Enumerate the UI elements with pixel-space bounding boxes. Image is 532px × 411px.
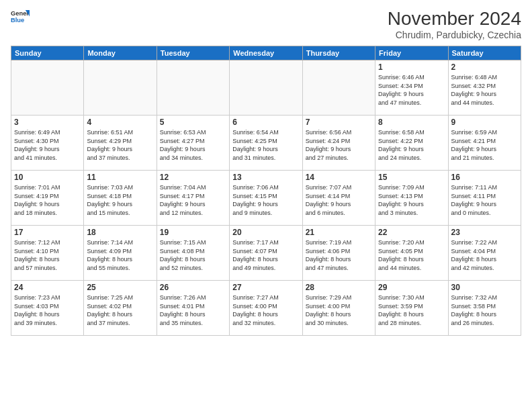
weekday-header-cell: Thursday bbox=[302, 46, 375, 60]
day-number: 16 bbox=[451, 173, 518, 182]
day-info: Sunrise: 6:54 AM Sunset: 4:25 PM Dayligh… bbox=[232, 128, 299, 162]
day-number: 12 bbox=[160, 173, 226, 182]
day-info: Sunrise: 6:49 AM Sunset: 4:30 PM Dayligh… bbox=[14, 128, 81, 162]
calendar-day-cell: 19Sunrise: 7:15 AM Sunset: 4:08 PM Dayli… bbox=[157, 226, 229, 281]
day-info: Sunrise: 7:01 AM Sunset: 4:19 PM Dayligh… bbox=[14, 183, 81, 217]
logo: General Blue bbox=[11, 8, 30, 27]
weekday-header-cell: Sunday bbox=[11, 46, 84, 60]
day-info: Sunrise: 7:09 AM Sunset: 4:13 PM Dayligh… bbox=[378, 183, 445, 217]
weekday-header-row: SundayMondayTuesdayWednesdayThursdayFrid… bbox=[11, 46, 521, 60]
day-info: Sunrise: 7:25 AM Sunset: 4:02 PM Dayligh… bbox=[87, 293, 153, 327]
calendar-day-cell bbox=[157, 60, 229, 116]
day-number: 8 bbox=[378, 118, 445, 127]
calendar-day-cell: 8Sunrise: 6:58 AM Sunset: 4:22 PM Daylig… bbox=[375, 116, 448, 171]
calendar-day-cell: 12Sunrise: 7:04 AM Sunset: 4:17 PM Dayli… bbox=[157, 171, 229, 226]
calendar-day-cell: 26Sunrise: 7:26 AM Sunset: 4:01 PM Dayli… bbox=[157, 281, 229, 336]
day-number: 14 bbox=[306, 173, 372, 182]
day-number: 29 bbox=[378, 283, 445, 292]
day-info: Sunrise: 7:11 AM Sunset: 4:11 PM Dayligh… bbox=[451, 183, 518, 217]
day-number: 26 bbox=[160, 283, 226, 292]
calendar-day-cell: 20Sunrise: 7:17 AM Sunset: 4:07 PM Dayli… bbox=[230, 226, 302, 281]
day-number: 5 bbox=[160, 118, 226, 127]
day-number: 21 bbox=[306, 228, 372, 237]
calendar-day-cell: 10Sunrise: 7:01 AM Sunset: 4:19 PM Dayli… bbox=[11, 171, 84, 226]
day-info: Sunrise: 7:29 AM Sunset: 4:00 PM Dayligh… bbox=[306, 293, 372, 327]
day-number: 28 bbox=[306, 283, 372, 292]
calendar-table: SundayMondayTuesdayWednesdayThursdayFrid… bbox=[11, 46, 521, 336]
day-number: 2 bbox=[451, 62, 518, 72]
calendar-day-cell: 2Sunrise: 6:48 AM Sunset: 4:32 PM Daylig… bbox=[448, 60, 521, 116]
calendar-day-cell: 24Sunrise: 7:23 AM Sunset: 4:03 PM Dayli… bbox=[11, 281, 84, 336]
weekday-header-cell: Tuesday bbox=[157, 46, 229, 60]
calendar-day-cell: 3Sunrise: 6:49 AM Sunset: 4:30 PM Daylig… bbox=[11, 116, 84, 171]
day-info: Sunrise: 7:03 AM Sunset: 4:18 PM Dayligh… bbox=[87, 183, 153, 217]
weekday-header-cell: Wednesday bbox=[230, 46, 302, 60]
calendar-day-cell bbox=[230, 60, 302, 116]
day-info: Sunrise: 7:12 AM Sunset: 4:10 PM Dayligh… bbox=[14, 238, 81, 272]
day-number: 7 bbox=[306, 118, 372, 127]
day-number: 3 bbox=[14, 118, 81, 127]
calendar-day-cell: 30Sunrise: 7:32 AM Sunset: 3:58 PM Dayli… bbox=[448, 281, 521, 336]
calendar-day-cell: 17Sunrise: 7:12 AM Sunset: 4:10 PM Dayli… bbox=[11, 226, 84, 281]
calendar-day-cell: 15Sunrise: 7:09 AM Sunset: 4:13 PM Dayli… bbox=[375, 171, 448, 226]
day-number: 25 bbox=[87, 283, 153, 292]
weekday-header-cell: Saturday bbox=[448, 46, 521, 60]
calendar-day-cell: 16Sunrise: 7:11 AM Sunset: 4:11 PM Dayli… bbox=[448, 171, 521, 226]
day-number: 18 bbox=[87, 228, 153, 237]
day-number: 4 bbox=[87, 118, 153, 127]
day-info: Sunrise: 7:20 AM Sunset: 4:05 PM Dayligh… bbox=[378, 238, 445, 272]
day-info: Sunrise: 7:15 AM Sunset: 4:08 PM Dayligh… bbox=[160, 238, 226, 272]
day-info: Sunrise: 7:17 AM Sunset: 4:07 PM Dayligh… bbox=[232, 238, 299, 272]
weekday-header-cell: Friday bbox=[375, 46, 448, 60]
day-number: 15 bbox=[378, 173, 445, 182]
calendar-day-cell bbox=[302, 60, 375, 116]
day-info: Sunrise: 7:14 AM Sunset: 4:09 PM Dayligh… bbox=[87, 238, 153, 272]
day-number: 22 bbox=[378, 228, 445, 237]
calendar-day-cell: 29Sunrise: 7:30 AM Sunset: 3:59 PM Dayli… bbox=[375, 281, 448, 336]
calendar-day-cell: 14Sunrise: 7:07 AM Sunset: 4:14 PM Dayli… bbox=[302, 171, 375, 226]
day-info: Sunrise: 7:30 AM Sunset: 3:59 PM Dayligh… bbox=[378, 293, 445, 327]
day-info: Sunrise: 6:56 AM Sunset: 4:24 PM Dayligh… bbox=[306, 128, 372, 162]
calendar-week-row: 3Sunrise: 6:49 AM Sunset: 4:30 PM Daylig… bbox=[11, 116, 521, 171]
calendar-day-cell: 22Sunrise: 7:20 AM Sunset: 4:05 PM Dayli… bbox=[375, 226, 448, 281]
calendar-day-cell: 18Sunrise: 7:14 AM Sunset: 4:09 PM Dayli… bbox=[84, 226, 157, 281]
day-info: Sunrise: 6:58 AM Sunset: 4:22 PM Dayligh… bbox=[378, 128, 445, 162]
page-header: General Blue November 2024 Chrudim, Pard… bbox=[11, 8, 521, 40]
day-info: Sunrise: 7:07 AM Sunset: 4:14 PM Dayligh… bbox=[306, 183, 372, 217]
calendar-day-cell: 28Sunrise: 7:29 AM Sunset: 4:00 PM Dayli… bbox=[302, 281, 375, 336]
calendar-day-cell: 6Sunrise: 6:54 AM Sunset: 4:25 PM Daylig… bbox=[230, 116, 302, 171]
day-info: Sunrise: 7:04 AM Sunset: 4:17 PM Dayligh… bbox=[160, 183, 226, 217]
calendar-day-cell: 13Sunrise: 7:06 AM Sunset: 4:15 PM Dayli… bbox=[230, 171, 302, 226]
day-info: Sunrise: 7:23 AM Sunset: 4:03 PM Dayligh… bbox=[14, 293, 81, 327]
day-number: 19 bbox=[160, 228, 226, 237]
month-title: November 2024 bbox=[388, 8, 521, 30]
day-number: 6 bbox=[232, 118, 299, 127]
svg-text:Blue: Blue bbox=[11, 17, 24, 24]
calendar-day-cell: 9Sunrise: 6:59 AM Sunset: 4:21 PM Daylig… bbox=[448, 116, 521, 171]
location-subtitle: Chrudim, Pardubicky, Czechia bbox=[388, 30, 521, 40]
day-info: Sunrise: 6:53 AM Sunset: 4:27 PM Dayligh… bbox=[160, 128, 226, 162]
day-number: 27 bbox=[232, 283, 299, 292]
weekday-header-cell: Monday bbox=[84, 46, 157, 60]
title-block: November 2024 Chrudim, Pardubicky, Czech… bbox=[388, 8, 521, 40]
calendar-day-cell: 7Sunrise: 6:56 AM Sunset: 4:24 PM Daylig… bbox=[302, 116, 375, 171]
day-number: 24 bbox=[14, 283, 81, 292]
day-info: Sunrise: 6:59 AM Sunset: 4:21 PM Dayligh… bbox=[451, 128, 518, 162]
calendar-week-row: 10Sunrise: 7:01 AM Sunset: 4:19 PM Dayli… bbox=[11, 171, 521, 226]
calendar-week-row: 1Sunrise: 6:46 AM Sunset: 4:34 PM Daylig… bbox=[11, 60, 521, 116]
day-info: Sunrise: 6:46 AM Sunset: 4:34 PM Dayligh… bbox=[378, 73, 445, 107]
calendar-week-row: 24Sunrise: 7:23 AM Sunset: 4:03 PM Dayli… bbox=[11, 281, 521, 336]
day-info: Sunrise: 7:27 AM Sunset: 4:00 PM Dayligh… bbox=[232, 293, 299, 327]
calendar-day-cell bbox=[84, 60, 157, 116]
day-number: 1 bbox=[378, 62, 445, 72]
day-number: 20 bbox=[232, 228, 299, 237]
day-number: 30 bbox=[451, 283, 518, 292]
calendar-day-cell: 5Sunrise: 6:53 AM Sunset: 4:27 PM Daylig… bbox=[157, 116, 229, 171]
day-info: Sunrise: 7:19 AM Sunset: 4:06 PM Dayligh… bbox=[306, 238, 372, 272]
calendar-week-row: 17Sunrise: 7:12 AM Sunset: 4:10 PM Dayli… bbox=[11, 226, 521, 281]
calendar-day-cell: 23Sunrise: 7:22 AM Sunset: 4:04 PM Dayli… bbox=[448, 226, 521, 281]
calendar-day-cell: 11Sunrise: 7:03 AM Sunset: 4:18 PM Dayli… bbox=[84, 171, 157, 226]
day-info: Sunrise: 7:32 AM Sunset: 3:58 PM Dayligh… bbox=[451, 293, 518, 327]
day-info: Sunrise: 6:48 AM Sunset: 4:32 PM Dayligh… bbox=[451, 73, 518, 107]
calendar-day-cell: 27Sunrise: 7:27 AM Sunset: 4:00 PM Dayli… bbox=[230, 281, 302, 336]
